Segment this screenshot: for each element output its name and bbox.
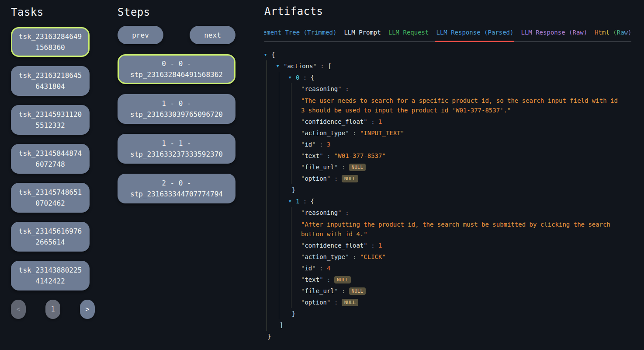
json-quote: " bbox=[319, 152, 323, 159]
artifacts-title: Artifacts bbox=[264, 5, 631, 18]
collapse-arrow-icon[interactable]: ▼ bbox=[289, 197, 296, 206]
json-null-badge: NULL bbox=[342, 299, 359, 306]
tasks-pagination: < 1 > bbox=[11, 300, 95, 319]
json-key: confidence_float bbox=[305, 118, 364, 125]
json-key: actions bbox=[287, 63, 313, 70]
step-button[interactable]: 0 - 0 - stp_231632846491568362 bbox=[118, 54, 235, 84]
json-line: } bbox=[289, 308, 620, 319]
json-line: ▼0 : { bbox=[289, 72, 620, 83]
pagination-next-button[interactable]: > bbox=[80, 300, 95, 319]
json-string-value: "W01-377-8537" bbox=[334, 152, 386, 159]
json-line: "id" : 3 bbox=[301, 139, 620, 150]
json-bracket: { bbox=[271, 51, 275, 58]
json-bracket: } bbox=[292, 310, 295, 317]
pagination-page-button[interactable]: 1 bbox=[45, 300, 60, 319]
step-button-label: 1 - 1 - stp_231633237333592370 bbox=[123, 138, 230, 160]
prev-step-button[interactable]: prev bbox=[118, 26, 163, 44]
next-step-button[interactable]: next bbox=[190, 26, 235, 44]
json-colon: : bbox=[342, 85, 349, 92]
task-button[interactable]: tsk_231456169762665614 bbox=[11, 222, 90, 252]
json-line: "option" : NULL bbox=[301, 297, 620, 308]
json-bracket: } bbox=[292, 186, 295, 193]
json-string-value: "INPUT_TEXT" bbox=[360, 130, 404, 136]
json-null-badge: NULL bbox=[349, 164, 366, 171]
task-button[interactable]: tsk_231458448746072748 bbox=[11, 144, 90, 174]
collapse-arrow-icon[interactable]: ▼ bbox=[264, 50, 271, 60]
json-key: option bbox=[305, 299, 327, 306]
json-children-group: ▼"actions" : [▼0 : {"reasoning" : "The u… bbox=[267, 60, 620, 331]
json-key: reasoning bbox=[305, 209, 338, 216]
tab-html-raw[interactable]: Html (Raw) bbox=[595, 29, 631, 41]
json-line: } bbox=[264, 331, 620, 342]
json-bracket: [ bbox=[328, 63, 331, 70]
tab-llm-request[interactable]: LLM Request bbox=[388, 29, 429, 41]
json-colon: : bbox=[323, 276, 334, 283]
step-button[interactable]: 1 - 0 - stp_231633039765096720 bbox=[118, 94, 235, 124]
json-line: "action_type" : "CLICK" bbox=[301, 251, 620, 262]
json-colon: : bbox=[342, 209, 349, 216]
json-quote: " bbox=[312, 141, 315, 148]
json-key: confidence_float bbox=[305, 242, 364, 249]
json-key: action_type bbox=[305, 130, 345, 136]
json-children-group: "reasoning" : "After inputting the produ… bbox=[291, 207, 620, 308]
step-button[interactable]: 2 - 0 - stp_231633344707774794 bbox=[118, 174, 235, 203]
json-line: "confidence_float" : 1 bbox=[301, 240, 620, 251]
collapse-arrow-icon[interactable]: ▼ bbox=[289, 73, 296, 82]
step-button[interactable]: 1 - 1 - stp_231633237333592370 bbox=[118, 134, 235, 164]
json-line: "text" : NULL bbox=[301, 274, 620, 285]
task-button[interactable]: tsk_231632186456431804 bbox=[11, 66, 90, 96]
json-children-group: "reasoning" : "The user needs to search … bbox=[291, 83, 620, 184]
json-key: id bbox=[305, 265, 312, 272]
tab-element-tree-trimmed[interactable]: Element Tree (Trimmed) bbox=[264, 29, 336, 41]
json-tree-viewer: ▼{▼"actions" : [▼0 : {"reasoning" : "The… bbox=[264, 49, 620, 342]
json-line: "action_type" : "INPUT_TEXT" bbox=[301, 127, 620, 139]
json-quote: " bbox=[364, 118, 367, 125]
json-line: "The user needs to search for a specific… bbox=[301, 94, 620, 116]
tasks-panel: Tasks tsk_231632846491568360tsk_23163218… bbox=[11, 6, 95, 319]
json-colon: : bbox=[299, 74, 310, 81]
json-quote: " bbox=[312, 265, 315, 272]
json-bracket: } bbox=[267, 333, 271, 340]
pagination-prev-button[interactable]: < bbox=[11, 300, 26, 319]
tab-llm-prompt[interactable]: LLM Prompt bbox=[344, 29, 381, 41]
json-string-value: "The user needs to search for a specific… bbox=[301, 96, 620, 115]
task-button[interactable]: tsk_231438802254142422 bbox=[11, 261, 90, 290]
json-colon: : bbox=[299, 198, 310, 205]
json-colon: : bbox=[330, 299, 341, 306]
json-children-group: ▼0 : {"reasoning" : "The user needs to s… bbox=[279, 72, 620, 319]
json-line: "reasoning" : bbox=[301, 207, 620, 218]
task-button[interactable]: tsk_231632846491568360 bbox=[11, 27, 90, 57]
step-button-label: 1 - 0 - stp_231633039765096720 bbox=[123, 98, 230, 120]
steps-panel: Steps prev next 0 - 0 - stp_231632846491… bbox=[118, 6, 235, 203]
json-key: text bbox=[305, 276, 319, 283]
json-null-badge: NULL bbox=[334, 276, 351, 284]
tab-llm-response-raw[interactable]: LLM Response (Raw) bbox=[521, 29, 587, 41]
json-bracket: ] bbox=[280, 322, 283, 329]
json-key: file_url bbox=[305, 164, 334, 171]
json-line: "file_url" : NULL bbox=[301, 161, 620, 173]
json-key: file_url bbox=[305, 287, 334, 294]
json-colon: : bbox=[316, 141, 327, 148]
json-colon: : bbox=[316, 265, 327, 272]
json-null-badge: NULL bbox=[349, 287, 366, 295]
json-key: reasoning bbox=[305, 85, 338, 92]
artifact-tabs-clip: Element Tree (Trimmed)LLM PromptLLM Requ… bbox=[264, 29, 631, 42]
json-line: "id" : 4 bbox=[301, 262, 620, 274]
steps-title: Steps bbox=[118, 6, 235, 18]
task-button[interactable]: tsk_231459311205512332 bbox=[11, 105, 90, 135]
task-button[interactable]: tsk_231457486510702462 bbox=[11, 183, 90, 213]
tab-llm-response-parsed[interactable]: LLM Response (Parsed) bbox=[436, 29, 513, 41]
json-line: ] bbox=[277, 319, 620, 331]
json-number-value: 1 bbox=[378, 118, 382, 125]
json-line: "option" : NULL bbox=[301, 173, 620, 184]
json-line: "file_url" : NULL bbox=[301, 285, 620, 297]
json-quote: " bbox=[319, 276, 323, 283]
task-list: tsk_231632846491568360tsk_23163218645643… bbox=[11, 27, 95, 290]
json-bracket: { bbox=[311, 198, 314, 205]
json-colon: : bbox=[338, 287, 349, 294]
collapse-arrow-icon[interactable]: ▼ bbox=[277, 62, 284, 71]
json-line: "reasoning" : bbox=[301, 83, 620, 94]
json-key: id bbox=[305, 141, 312, 148]
json-line: } bbox=[289, 184, 620, 196]
artifacts-panel: Artifacts Element Tree (Trimmed)LLM Prom… bbox=[264, 5, 631, 42]
